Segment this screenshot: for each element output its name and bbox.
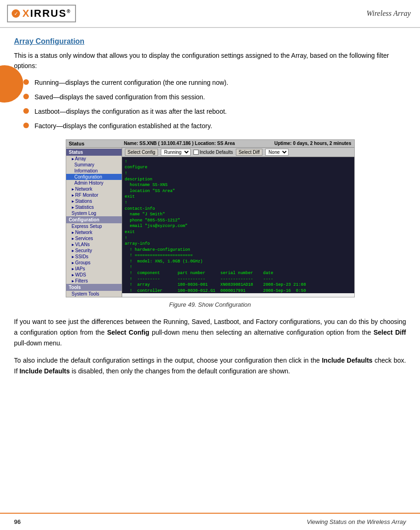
section-title: Array Configuration	[14, 37, 406, 46]
screenshot-sidebar: Status ▸ Array Summary Information Confi…	[66, 148, 122, 297]
bullet-text: Factory—displays the configuration estab…	[34, 121, 212, 131]
bullet-text: Lastboot—displays the configuration as i…	[34, 107, 227, 117]
bullet-term: Saved	[34, 93, 53, 101]
para2-start: To also include the default configuratio…	[14, 357, 322, 364]
logo-check-icon: ✓	[12, 9, 20, 18]
screenshot-container: Status Name: SS.XNB ( 10.100.47.186 ) Lo…	[14, 139, 406, 308]
sidebar-item-wds[interactable]: ▸ WDS	[66, 272, 122, 278]
sidebar-item-system-tools[interactable]: System Tools	[66, 291, 122, 297]
sidebar-item-express-setup[interactable]: Express Setup	[66, 223, 122, 229]
sidebar-tools-header: Tools	[66, 284, 122, 291]
sidebar-item-network[interactable]: ▸ Network	[66, 186, 122, 192]
console-line: configure	[125, 165, 351, 171]
sidebar-item-vlans[interactable]: ▸ VLANs	[66, 241, 122, 248]
bullet-rest: —displays the current configuration (the…	[59, 79, 228, 86]
sidebar-item-rf-monitor[interactable]: ▸ RF Monitor	[66, 192, 122, 198]
console-line: hostname SS-XNS	[125, 182, 351, 188]
sidebar-item-admin-history[interactable]: Admin History	[66, 180, 122, 186]
logo-text: XIRRUS®	[22, 7, 71, 20]
para2-end: is disabled, then only the changes from …	[70, 367, 290, 375]
sidebar-item-iaps[interactable]: ▸ IAPs	[66, 266, 122, 272]
logo-box: ✓ XIRRUS®	[7, 5, 76, 22]
sidebar-item-configuration[interactable]: Configuration	[66, 174, 122, 180]
include-defaults-checkbox[interactable]	[193, 150, 199, 155]
console-line: ! model: XNS, 1.0GB (1.0GHz)	[125, 259, 351, 265]
logo-x: X	[22, 7, 30, 19]
sidebar-item-groups[interactable]: ▸ Groups	[66, 260, 122, 266]
select-diff-button[interactable]: Select Diff	[236, 149, 262, 156]
bullet-term: Lastboot	[34, 108, 60, 115]
list-item: Lastboot—displays the configuration as i…	[23, 107, 406, 117]
diff-select-dropdown[interactable]: None	[265, 149, 289, 156]
intro-text: This is a status only window that allows…	[14, 50, 406, 71]
bullet-text: Saved—displays the saved configuration f…	[34, 92, 205, 102]
console-line: ! hardware-configuration	[125, 247, 351, 253]
header-title: Wireless Array	[366, 9, 411, 18]
para1-end: pull-down menu.	[14, 339, 62, 347]
bullet-dot-icon	[23, 94, 29, 99]
name-location: Name: SS.XNB ( 10.100.47.186 ) Location:…	[84, 141, 274, 146]
bullet-term: Factory	[34, 122, 56, 130]
screenshot-topbar: Select Config Running Include Defaults S…	[122, 148, 354, 157]
bullet-dot-icon	[23, 108, 29, 114]
screenshot-main-panel: Select Config Running Include Defaults S…	[122, 148, 354, 297]
sidebar-item-array[interactable]: ▸ Array	[66, 156, 122, 162]
logo-area: ✓ XIRRUS®	[7, 5, 76, 22]
screenshot-frame: Status Name: SS.XNB ( 10.100.47.186 ) Lo…	[66, 139, 355, 297]
body-paragraph-2: To also include the default configuratio…	[14, 355, 406, 377]
console-line: exit	[125, 229, 351, 235]
para2-term1: Include Defaults	[322, 357, 372, 364]
console-line: name "J Smith"	[125, 212, 351, 218]
page-header: ✓ XIRRUS® Wireless Array	[0, 0, 420, 28]
list-item: Saved—displays the saved configuration f…	[23, 92, 406, 102]
bullet-term: Running	[34, 79, 59, 86]
select-config-button[interactable]: Select Config	[125, 149, 158, 156]
console-line: phone "805-555-1212"	[125, 218, 351, 224]
console-output: !configure!description hostname SS-XNS l…	[122, 157, 354, 293]
page-footer: 96 Viewing Status on the Wireless Array	[0, 513, 420, 530]
console-line: contact-info	[125, 206, 351, 212]
config-select-dropdown[interactable]: Running	[161, 149, 191, 156]
console-line: array-info	[125, 241, 351, 247]
sidebar-item-statistics[interactable]: ▸ Statistics	[66, 204, 122, 210]
sidebar-item-system-log[interactable]: System Log	[66, 210, 122, 216]
console-line: ! --------- ----------- ------------- --…	[125, 276, 351, 282]
console-line: !	[125, 159, 351, 165]
bullet-rest: —displays the configuration as it was af…	[60, 108, 227, 115]
para1-term1: Select Config	[107, 329, 150, 336]
sidebar-item-information[interactable]: Information	[66, 168, 122, 174]
bullet-rest: —displays the configuration established …	[56, 122, 212, 130]
screenshot-body: Status ▸ Array Summary Information Confi…	[66, 148, 354, 297]
footer-page-number: 96	[14, 518, 21, 525]
sidebar-item-network2[interactable]: ▸ Network	[66, 229, 122, 235]
sidebar-item-services[interactable]: ▸ Services	[66, 235, 122, 241]
sidebar-status-header: Status	[66, 149, 122, 156]
console-line: exit	[125, 194, 351, 200]
console-line: location "SS Area"	[125, 188, 351, 194]
para1-term2: Select Diff	[373, 329, 406, 336]
sidebar-item-filters[interactable]: ▸ Filters	[66, 278, 122, 284]
console-line: description	[125, 177, 351, 183]
para1-mid: pull-down menu then selecting an alterna…	[149, 329, 373, 336]
sidebar-item-ssids[interactable]: ▸ SSIDs	[66, 254, 122, 260]
screenshot-titlebar: Status Name: SS.XNB ( 10.100.47.186 ) Lo…	[66, 140, 354, 148]
main-content: Array Configuration This is a status onl…	[0, 28, 420, 392]
sidebar-item-summary[interactable]: Summary	[66, 162, 122, 168]
list-item: Factory—displays the configuration estab…	[23, 121, 406, 131]
console-line: !	[125, 235, 351, 241]
console-line: ! =======================	[125, 253, 351, 259]
para2-term2: Include Defaults	[20, 367, 70, 375]
console-line: ! controller 100-0030-012.G1 0000017991 …	[125, 288, 351, 293]
console-line: !	[125, 200, 351, 206]
bullet-text: Running—displays the current configurati…	[34, 78, 228, 88]
bullet-list: Running—displays the current configurati…	[23, 78, 406, 131]
sidebar-item-security[interactable]: ▸ Security	[66, 248, 122, 254]
sidebar-item-stations[interactable]: ▸ Stations	[66, 198, 122, 204]
console-line: ! array 180-0036-001 XN0839081AD18 2008-…	[125, 282, 351, 288]
checkbox-wrapper: Include Defaults	[193, 150, 233, 155]
bullet-rest: —displays the saved configuration from t…	[53, 93, 205, 101]
uptime-label: Uptime: 0 days, 2 hours, 2 minutes	[274, 141, 351, 146]
bullet-dot-icon	[23, 79, 29, 85]
sidebar-config-header: Configuration	[66, 216, 122, 223]
console-line: email "jss@xyzcorp.com"	[125, 223, 351, 229]
